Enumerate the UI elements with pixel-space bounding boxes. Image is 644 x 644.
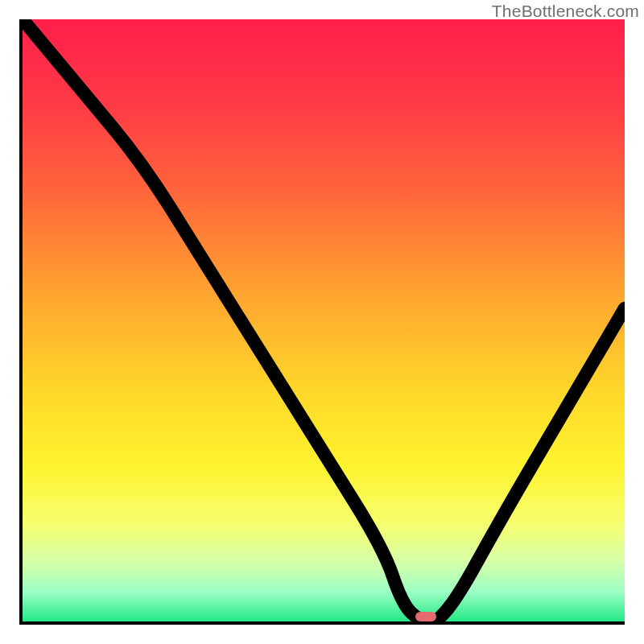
chart-canvas: TheBottleneck.com (0, 0, 644, 644)
plot-area (19, 19, 625, 625)
optimal-point-marker (415, 612, 436, 621)
watermark-label: TheBottleneck.com (492, 2, 639, 21)
bottleneck-curve (23, 19, 625, 621)
